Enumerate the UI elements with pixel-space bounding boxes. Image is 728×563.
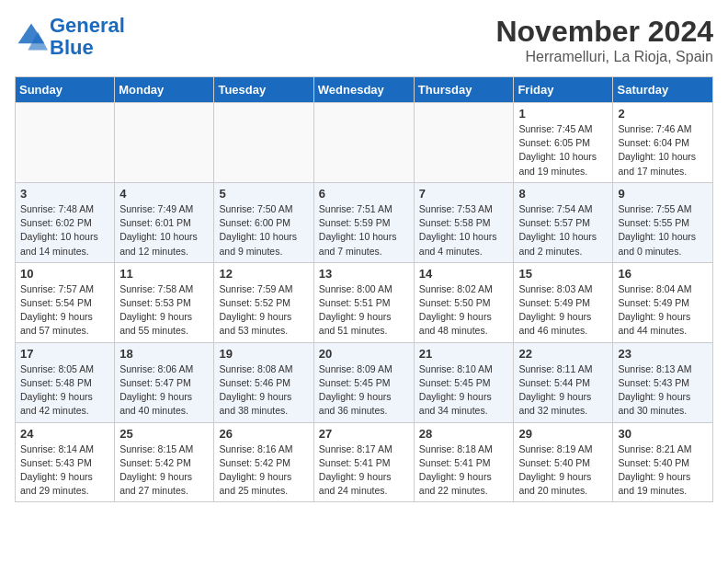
day-info: Sunrise: 8:02 AM Sunset: 5:50 PM Dayligh… [419, 282, 509, 339]
day-info: Sunrise: 8:09 AM Sunset: 5:45 PM Dayligh… [319, 362, 409, 419]
day-info: Sunrise: 8:18 AM Sunset: 5:41 PM Dayligh… [419, 442, 509, 499]
header: General Blue November 2024 Herramelluri,… [15, 15, 713, 65]
day-info: Sunrise: 8:19 AM Sunset: 5:40 PM Dayligh… [518, 442, 608, 499]
day-number: 15 [518, 267, 608, 281]
dow-header: Friday [514, 77, 613, 103]
day-number: 29 [518, 427, 608, 441]
day-info: Sunrise: 7:46 AM Sunset: 6:04 PM Dayligh… [618, 122, 708, 178]
calendar-cell: 8Sunrise: 7:54 AM Sunset: 5:57 PM Daylig… [514, 182, 613, 262]
day-number: 19 [219, 347, 308, 361]
day-number: 16 [618, 267, 708, 281]
logo-icon [15, 20, 48, 53]
day-info: Sunrise: 7:57 AM Sunset: 5:54 PM Dayligh… [20, 282, 109, 339]
day-info: Sunrise: 8:21 AM Sunset: 5:40 PM Dayligh… [618, 442, 708, 499]
calendar-cell: 1Sunrise: 7:45 AM Sunset: 6:05 PM Daylig… [514, 103, 613, 183]
calendar-cell: 14Sunrise: 8:02 AM Sunset: 5:50 PM Dayli… [414, 262, 514, 342]
day-info: Sunrise: 7:59 AM Sunset: 5:52 PM Dayligh… [219, 282, 308, 339]
day-number: 23 [618, 347, 708, 361]
calendar-cell: 21Sunrise: 8:10 AM Sunset: 5:45 PM Dayli… [414, 342, 514, 422]
day-number: 22 [518, 347, 608, 361]
calendar-cell: 20Sunrise: 8:09 AM Sunset: 5:45 PM Dayli… [313, 342, 414, 422]
dow-header: Saturday [613, 77, 713, 103]
day-info: Sunrise: 8:04 AM Sunset: 5:49 PM Dayligh… [618, 282, 708, 339]
logo-text: General Blue [50, 15, 125, 59]
day-number: 28 [419, 427, 509, 441]
day-info: Sunrise: 8:17 AM Sunset: 5:41 PM Dayligh… [319, 442, 409, 499]
day-number: 7 [419, 187, 509, 201]
calendar-cell: 9Sunrise: 7:55 AM Sunset: 5:55 PM Daylig… [613, 182, 713, 262]
day-number: 8 [518, 187, 608, 201]
day-number: 12 [219, 267, 308, 281]
calendar-cell: 4Sunrise: 7:49 AM Sunset: 6:01 PM Daylig… [115, 182, 214, 262]
calendar-cell: 23Sunrise: 8:13 AM Sunset: 5:43 PM Dayli… [613, 342, 713, 422]
month-title: November 2024 [495, 15, 713, 49]
day-number: 13 [319, 267, 409, 281]
day-info: Sunrise: 8:14 AM Sunset: 5:43 PM Dayligh… [20, 442, 109, 499]
day-number: 20 [319, 347, 409, 361]
logo-line2: Blue [50, 36, 94, 59]
day-number: 24 [20, 427, 109, 441]
day-number: 1 [518, 107, 608, 121]
day-info: Sunrise: 7:55 AM Sunset: 5:55 PM Dayligh… [618, 202, 708, 259]
calendar-cell: 3Sunrise: 7:48 AM Sunset: 6:02 PM Daylig… [16, 182, 115, 262]
calendar-cell: 22Sunrise: 8:11 AM Sunset: 5:44 PM Dayli… [514, 342, 613, 422]
day-info: Sunrise: 7:48 AM Sunset: 6:02 PM Dayligh… [20, 202, 109, 259]
calendar-cell [313, 103, 414, 183]
calendar: SundayMondayTuesdayWednesdayThursdayFrid… [15, 76, 713, 502]
calendar-cell: 6Sunrise: 7:51 AM Sunset: 5:59 PM Daylig… [313, 182, 414, 262]
day-info: Sunrise: 7:54 AM Sunset: 5:57 PM Dayligh… [518, 202, 608, 259]
calendar-cell: 13Sunrise: 8:00 AM Sunset: 5:51 PM Dayli… [313, 262, 414, 342]
calendar-cell [115, 103, 214, 183]
day-number: 11 [119, 267, 209, 281]
calendar-cell: 25Sunrise: 8:15 AM Sunset: 5:42 PM Dayli… [115, 422, 214, 502]
day-info: Sunrise: 7:49 AM Sunset: 6:01 PM Dayligh… [119, 202, 209, 259]
day-number: 4 [119, 187, 209, 201]
day-number: 6 [319, 187, 409, 201]
day-info: Sunrise: 8:10 AM Sunset: 5:45 PM Dayligh… [419, 362, 509, 419]
calendar-cell: 19Sunrise: 8:08 AM Sunset: 5:46 PM Dayli… [214, 342, 313, 422]
calendar-cell: 30Sunrise: 8:21 AM Sunset: 5:40 PM Dayli… [613, 422, 713, 502]
day-info: Sunrise: 8:15 AM Sunset: 5:42 PM Dayligh… [119, 442, 209, 499]
day-info: Sunrise: 8:11 AM Sunset: 5:44 PM Dayligh… [518, 362, 608, 419]
day-number: 25 [119, 427, 209, 441]
day-info: Sunrise: 7:45 AM Sunset: 6:05 PM Dayligh… [518, 122, 608, 178]
calendar-cell [214, 103, 313, 183]
day-number: 26 [219, 427, 308, 441]
day-number: 2 [618, 107, 708, 121]
day-info: Sunrise: 7:53 AM Sunset: 5:58 PM Dayligh… [419, 202, 509, 259]
dow-header: Tuesday [214, 77, 313, 103]
day-info: Sunrise: 8:03 AM Sunset: 5:49 PM Dayligh… [518, 282, 608, 339]
calendar-cell [16, 103, 115, 183]
calendar-cell: 2Sunrise: 7:46 AM Sunset: 6:04 PM Daylig… [613, 103, 713, 183]
day-info: Sunrise: 7:51 AM Sunset: 5:59 PM Dayligh… [319, 202, 409, 259]
day-info: Sunrise: 8:16 AM Sunset: 5:42 PM Dayligh… [219, 442, 308, 499]
day-info: Sunrise: 7:58 AM Sunset: 5:53 PM Dayligh… [119, 282, 209, 339]
dow-header: Wednesday [313, 77, 414, 103]
day-info: Sunrise: 8:06 AM Sunset: 5:47 PM Dayligh… [119, 362, 209, 419]
calendar-cell: 18Sunrise: 8:06 AM Sunset: 5:47 PM Dayli… [115, 342, 214, 422]
calendar-cell: 26Sunrise: 8:16 AM Sunset: 5:42 PM Dayli… [214, 422, 313, 502]
day-number: 30 [618, 427, 708, 441]
calendar-cell: 5Sunrise: 7:50 AM Sunset: 6:00 PM Daylig… [214, 182, 313, 262]
day-number: 17 [20, 347, 109, 361]
calendar-cell: 10Sunrise: 7:57 AM Sunset: 5:54 PM Dayli… [16, 262, 115, 342]
logo-line1: General [50, 14, 125, 37]
day-number: 21 [419, 347, 509, 361]
logo: General Blue [15, 15, 125, 59]
day-number: 3 [20, 187, 109, 201]
calendar-cell: 12Sunrise: 7:59 AM Sunset: 5:52 PM Dayli… [214, 262, 313, 342]
calendar-cell: 24Sunrise: 8:14 AM Sunset: 5:43 PM Dayli… [16, 422, 115, 502]
calendar-cell: 16Sunrise: 8:04 AM Sunset: 5:49 PM Dayli… [613, 262, 713, 342]
day-number: 27 [319, 427, 409, 441]
location-subtitle: Herramelluri, La Rioja, Spain [495, 49, 713, 65]
dow-header: Monday [115, 77, 214, 103]
calendar-cell: 27Sunrise: 8:17 AM Sunset: 5:41 PM Dayli… [313, 422, 414, 502]
day-number: 14 [419, 267, 509, 281]
calendar-cell: 29Sunrise: 8:19 AM Sunset: 5:40 PM Dayli… [514, 422, 613, 502]
dow-header: Thursday [414, 77, 514, 103]
dow-header: Sunday [16, 77, 115, 103]
day-info: Sunrise: 8:05 AM Sunset: 5:48 PM Dayligh… [20, 362, 109, 419]
calendar-cell: 7Sunrise: 7:53 AM Sunset: 5:58 PM Daylig… [414, 182, 514, 262]
day-info: Sunrise: 8:00 AM Sunset: 5:51 PM Dayligh… [319, 282, 409, 339]
day-number: 9 [618, 187, 708, 201]
